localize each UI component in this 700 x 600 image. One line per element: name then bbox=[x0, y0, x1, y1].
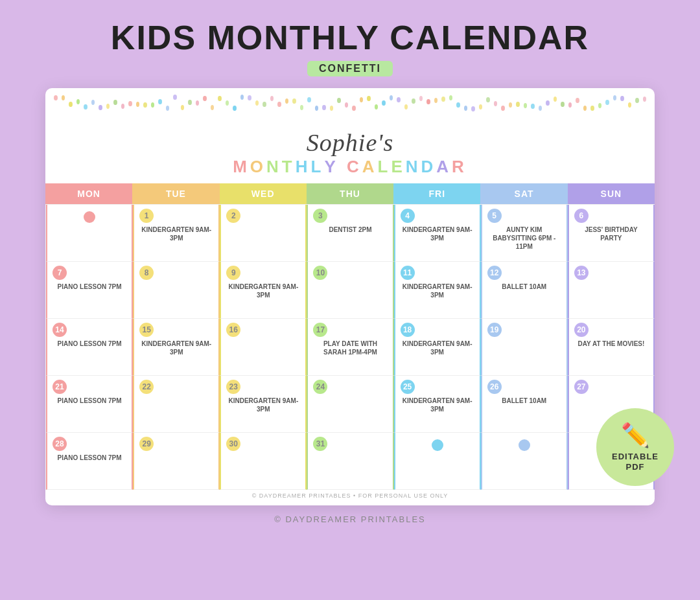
calendar-cell: 6JESS' BIRTHDAY PARTY bbox=[568, 205, 655, 262]
cell-number: 8 bbox=[139, 266, 154, 280]
day-header-thu: THU bbox=[307, 183, 393, 204]
calendar-cell: 10 bbox=[307, 262, 393, 319]
cell-event: BALLET 10AM bbox=[502, 283, 546, 291]
calendar-cell: 31 bbox=[307, 433, 393, 490]
calendar-cell: 17PLAY DATE WITH SARAH 1PM-4PM bbox=[307, 319, 393, 376]
cell-number: 29 bbox=[139, 437, 154, 451]
cell-number: 24 bbox=[313, 380, 327, 394]
cell-number: 4 bbox=[401, 209, 415, 223]
calendar-cell: 25KINDERGARTEN 9AM-3PM bbox=[394, 376, 481, 433]
confetti-decoration bbox=[45, 88, 655, 127]
calendar-cell: 16 bbox=[220, 319, 307, 376]
editable-label: EDITABLEPDF bbox=[612, 452, 659, 472]
calendar-rainbow-title: MONTHLY CALENDAR bbox=[45, 157, 655, 177]
day-header-sat: SAT bbox=[480, 183, 567, 204]
bottom-copyright: © DAYDREAMER PRINTABLES bbox=[274, 514, 426, 524]
cell-event: PIANO LESSON 7PM bbox=[58, 397, 122, 405]
cell-number: 2 bbox=[226, 209, 240, 223]
calendar-cell: 5AUNTY KIM BABYSITTING 6PM - 11PM bbox=[481, 205, 568, 262]
cell-number: 9 bbox=[226, 266, 240, 280]
cell-event: DAY AT THE MOVIES! bbox=[578, 340, 645, 348]
cell-number: 17 bbox=[313, 323, 327, 337]
calendar-cell: 9KINDERGARTEN 9AM-3PM bbox=[220, 262, 307, 319]
cell-event: PIANO LESSON 7PM bbox=[58, 283, 122, 291]
calendar-cell: 14PIANO LESSON 7PM bbox=[46, 319, 133, 376]
calendar-cell: 11KINDERGARTEN 9AM-3PM bbox=[394, 262, 481, 319]
cell-number: 14 bbox=[52, 323, 67, 337]
cell-event: KINDERGARTEN 9AM-3PM bbox=[226, 397, 300, 413]
cell-number: 3 bbox=[313, 209, 327, 223]
cell-number: 30 bbox=[226, 437, 240, 451]
calendar-cell: 8 bbox=[133, 262, 220, 319]
cell-number: 21 bbox=[52, 380, 67, 394]
cell-event: BALLET 10AM bbox=[502, 397, 546, 405]
cell-number: 5 bbox=[487, 209, 502, 223]
day-header-fri: FRI bbox=[393, 183, 480, 204]
cell-number: 25 bbox=[401, 380, 415, 394]
day-header-wed: WED bbox=[220, 183, 307, 204]
calendar-card: Sophie's MONTHLY CALENDAR MONTUEWEDTHUFR… bbox=[45, 88, 655, 505]
calendar-cell: 26BALLET 10AM bbox=[481, 376, 568, 433]
calendar-cell: 22 bbox=[133, 376, 220, 433]
cell-number: 7 bbox=[52, 266, 67, 280]
calendar-cell: 30 bbox=[220, 433, 307, 490]
cell-number: 12 bbox=[487, 266, 502, 280]
calendar-cell: 13 bbox=[568, 262, 655, 319]
cell-event: DENTIST 2PM bbox=[329, 225, 371, 234]
cell-number: 13 bbox=[574, 266, 589, 280]
calendar-cell: 7PIANO LESSON 7PM bbox=[46, 262, 133, 319]
calendar-cell: 2 bbox=[220, 205, 307, 262]
cell-event: PIANO LESSON 7PM bbox=[58, 340, 122, 348]
cell-number: 19 bbox=[487, 323, 502, 337]
cell-number: 20 bbox=[574, 323, 589, 337]
cell-event: KINDERGARTEN 9AM-3PM bbox=[401, 225, 474, 242]
cell-color-dot bbox=[519, 439, 530, 451]
cell-event: KINDERGARTEN 9AM-3PM bbox=[401, 397, 474, 413]
cell-number: 10 bbox=[313, 266, 327, 280]
calendar-cell: 4KINDERGARTEN 9AM-3PM bbox=[394, 205, 481, 262]
subtitle-badge: CONFETTI bbox=[307, 61, 393, 76]
calendar-cell: 3DENTIST 2PM bbox=[307, 205, 393, 262]
calendar-cell bbox=[394, 433, 481, 490]
calendar-cell: 18KINDERGARTEN 9AM-3PM bbox=[394, 319, 481, 376]
day-header-tue: TUE bbox=[132, 183, 219, 204]
cell-number: 16 bbox=[226, 323, 240, 337]
day-header-mon: MON bbox=[45, 183, 132, 204]
cell-event: JESS' BIRTHDAY PARTY bbox=[574, 225, 648, 242]
cell-event: AUNTY KIM BABYSITTING 6PM - 11PM bbox=[487, 225, 561, 251]
pencil-icon: ✏️ bbox=[621, 422, 650, 449]
calendar-cell: 29 bbox=[133, 433, 220, 490]
cell-number: 27 bbox=[574, 380, 589, 394]
calendar-cell: 28PIANO LESSON 7PM bbox=[46, 433, 133, 490]
calendar-cell bbox=[46, 205, 133, 262]
cell-number: 26 bbox=[487, 380, 502, 394]
cell-number: 22 bbox=[139, 380, 154, 394]
cell-event: KINDERGARTEN 9AM-3PM bbox=[139, 340, 213, 356]
cell-number: 6 bbox=[574, 209, 589, 223]
cell-number: 15 bbox=[139, 323, 154, 337]
calendar-cell: 19 bbox=[481, 319, 568, 376]
copyright-inner: © DAYDREAMER PRINTABLES • FOR PERSONAL U… bbox=[45, 492, 655, 499]
day-header-sun: SUN bbox=[568, 183, 655, 204]
cell-event: KINDERGARTEN 9AM-3PM bbox=[226, 283, 300, 299]
cell-number: 11 bbox=[401, 266, 415, 280]
calendar-cell bbox=[481, 433, 568, 490]
calendar-cell: 12BALLET 10AM bbox=[481, 262, 568, 319]
cell-event: PIANO LESSON 7PM bbox=[58, 454, 122, 462]
page-title: KIDS MONTHLY CALENDAR bbox=[111, 18, 589, 57]
calendar-cell: 20DAY AT THE MOVIES! bbox=[568, 319, 655, 376]
cell-number: 31 bbox=[313, 437, 327, 451]
cell-number: 28 bbox=[52, 437, 67, 451]
cell-color-dot bbox=[84, 211, 95, 223]
calendar-cell: 1KINDERGARTEN 9AM-3PM bbox=[133, 205, 220, 262]
calendar-cell: 21PIANO LESSON 7PM bbox=[46, 376, 133, 433]
calendar-owner-name: Sophie's bbox=[45, 128, 655, 157]
cell-number: 23 bbox=[226, 380, 240, 394]
cell-event: KINDERGARTEN 9AM-3PM bbox=[401, 340, 474, 356]
cell-number: 18 bbox=[401, 323, 415, 337]
cell-color-dot bbox=[432, 439, 443, 451]
day-headers: MONTUEWEDTHUFRISATSUN bbox=[45, 183, 655, 204]
calendar-cell: 23KINDERGARTEN 9AM-3PM bbox=[220, 376, 307, 433]
cell-event: KINDERGARTEN 9AM-3PM bbox=[401, 283, 474, 299]
calendar-grid: 1KINDERGARTEN 9AM-3PM23DENTIST 2PM4KINDE… bbox=[45, 204, 655, 490]
